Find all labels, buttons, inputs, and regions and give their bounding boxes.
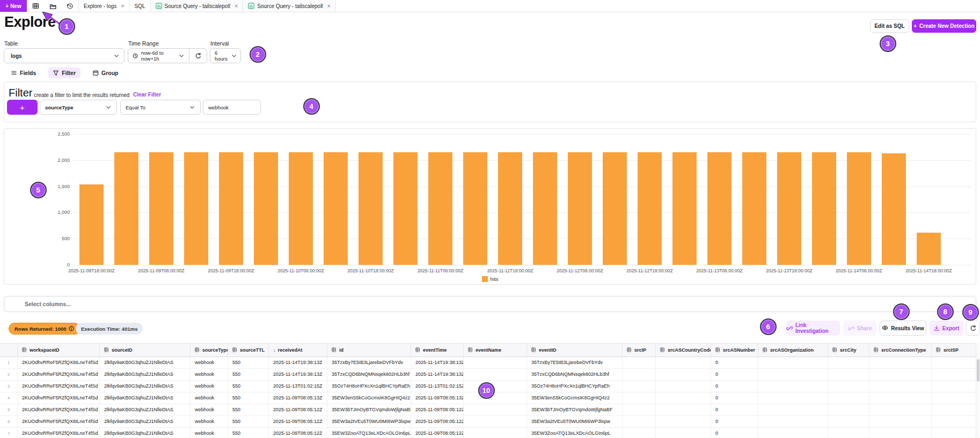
- table-grid-icon-button[interactable]: [27, 0, 44, 12]
- column-header-eventTime[interactable]: eventTime: [411, 344, 464, 357]
- chart-bar[interactable]: [917, 233, 941, 265]
- tab-sql[interactable]: SQL: [130, 0, 151, 12]
- chart-bar[interactable]: [324, 152, 348, 265]
- cell-srcASOrganization: [758, 392, 828, 404]
- table-row[interactable]: 22KUOdhvRReF5RZfQX8ILneT4fSd2lkfqv9aKB0G…: [0, 369, 980, 381]
- chart-bar[interactable]: [672, 152, 697, 265]
- table-row[interactable]: 72KUOdhvRReF5RZfQX8ILneT4fSd2lkfqv9aKB0G…: [0, 428, 980, 438]
- create-new-detection-button[interactable]: + Create New Detection: [912, 19, 976, 33]
- interval-label: Interval: [210, 40, 229, 47]
- tab-source-query-tailscalepoll[interactable]: Source Query - tailscalepoll×: [243, 0, 336, 12]
- select-columns-input[interactable]: Select columns...: [4, 296, 976, 312]
- column-header-sourceID[interactable]: sourceID: [100, 344, 191, 357]
- chart-bar[interactable]: [79, 184, 104, 265]
- chart-bar[interactable]: [254, 152, 278, 265]
- sheet-icon: [874, 347, 879, 353]
- interval-select[interactable]: 6 hours: [210, 48, 241, 63]
- results-view-button[interactable]: Results View: [880, 321, 926, 336]
- tab-source-query-tailscalepoll[interactable]: Source Query - tailscalepoll×: [151, 0, 244, 12]
- column-header-receivedAt[interactable]: ↓receivedAt: [269, 344, 327, 357]
- folder-icon: [49, 3, 56, 10]
- chart-bar[interactable]: [742, 152, 766, 265]
- table-scrollbar-thumb[interactable]: [977, 359, 979, 382]
- folder-icon-button[interactable]: [44, 0, 61, 12]
- column-header-workspaceID[interactable]: workspaceID: [18, 344, 100, 357]
- column-header-srcASCountryCode[interactable]: srcASCountryCode: [656, 344, 711, 357]
- cell-srcISP: [932, 357, 980, 368]
- view-tab-group[interactable]: Group: [88, 68, 123, 78]
- chart-bar[interactable]: [568, 152, 592, 265]
- table-select[interactable]: logs: [4, 48, 125, 63]
- chart-bar[interactable]: [847, 152, 871, 265]
- filter-value-input[interactable]: webhook: [203, 100, 261, 115]
- column-header-srcIP[interactable]: srcIP: [623, 344, 656, 357]
- chart-bar[interactable]: [289, 152, 313, 265]
- share-button[interactable]: Share: [843, 321, 876, 336]
- chart-bar[interactable]: [603, 152, 627, 265]
- chart-bar[interactable]: [812, 152, 836, 265]
- column-header-eventID[interactable]: eventID: [527, 344, 623, 357]
- link-investigation-button[interactable]: Link Investigation: [786, 321, 840, 336]
- cell-eventName: [464, 392, 527, 404]
- close-icon[interactable]: ×: [121, 3, 124, 9]
- column-header-sourceTTL[interactable]: sourceTTL: [228, 344, 269, 357]
- chart-gridline: [73, 265, 971, 265]
- x-axis-tick-label: 2025-11-11T18:00:00Z: [480, 268, 540, 273]
- cell-srcASNumber: 0: [711, 416, 758, 427]
- chart-bar[interactable]: [498, 152, 522, 265]
- close-icon[interactable]: ×: [235, 3, 238, 9]
- new-button[interactable]: + New: [0, 0, 27, 12]
- chart-bar[interactable]: [638, 152, 662, 265]
- chart-bar[interactable]: [882, 153, 906, 265]
- chart-bar[interactable]: [463, 152, 487, 265]
- time-range-select[interactable]: now-6d to now+1h: [128, 49, 189, 63]
- add-filter-button[interactable]: +: [7, 100, 38, 115]
- chart-bar[interactable]: [777, 152, 801, 265]
- column-header-srcASNumber[interactable]: srcASNumber: [711, 344, 758, 357]
- table-row[interactable]: 62KUOdhvRReF5RZfQX8ILneT4fSd2lkfqv9aKB0G…: [0, 416, 980, 428]
- time-range-refresh-button[interactable]: [189, 49, 207, 63]
- edit-as-sql-button[interactable]: Edit as SQL: [870, 19, 909, 33]
- column-header-eventName[interactable]: eventName: [464, 344, 527, 357]
- x-axis-tick-label: 2025-11-13T06:00:00Z: [690, 268, 750, 273]
- column-header-id[interactable]: id: [327, 344, 411, 357]
- cell-receivedAt: 2025-11-14T19:38:13Z: [269, 357, 327, 368]
- chart-bar[interactable]: [114, 152, 138, 265]
- x-axis-tick-label: 2025-11-10T06:00:00Z: [271, 268, 331, 273]
- chart-bar[interactable]: [428, 152, 452, 265]
- filter-field-select[interactable]: sourceType: [40, 100, 117, 115]
- filter-operator-select[interactable]: Equal To: [120, 100, 201, 115]
- table-row[interactable]: 12KUOdhvRReF5RZfQX8ILneT4fSd2lkfqv9aKB0G…: [0, 357, 980, 369]
- chevron-down-icon: [189, 105, 195, 110]
- export-button[interactable]: Export: [930, 321, 963, 336]
- tab-explore-logs[interactable]: Explore - logs×: [78, 0, 130, 12]
- chart-bar[interactable]: [393, 152, 418, 265]
- chart-bar[interactable]: [219, 152, 243, 265]
- info-icon[interactable]: [69, 326, 75, 332]
- history-icon-button[interactable]: [61, 0, 78, 12]
- annotation-badge-4: 4: [303, 98, 320, 115]
- chart-bar[interactable]: [533, 152, 557, 265]
- chart-bar[interactable]: [359, 152, 383, 265]
- cell-id: 35EW3enS5kCoGcmsIK8GgHIQ4z2: [327, 392, 411, 404]
- view-tab-fields[interactable]: Fields: [6, 68, 41, 78]
- chart-bar[interactable]: [184, 152, 208, 265]
- link-icon: [786, 325, 793, 331]
- refresh-results-button[interactable]: [966, 321, 980, 336]
- column-header-srcASOrganization[interactable]: srcASOrganization: [758, 344, 828, 357]
- column-header-srcISP[interactable]: srcISP: [932, 344, 980, 357]
- column-header-srcConnectionType[interactable]: srcConnectionType: [869, 344, 932, 357]
- column-header-srcCity[interactable]: srcCity: [828, 344, 869, 357]
- view-tab-filter[interactable]: Filter: [48, 68, 81, 78]
- refresh-icon: [195, 53, 201, 59]
- table-label: Table: [4, 40, 18, 47]
- column-header-sourceType[interactable]: sourceType: [191, 344, 228, 357]
- clear-filter-link[interactable]: Clear Filter: [133, 92, 161, 98]
- cell-sourceTTL: 550: [228, 428, 269, 438]
- close-icon[interactable]: ×: [327, 3, 331, 9]
- cell-eventName: [464, 357, 527, 368]
- table-row[interactable]: 52KUOdhvRReF5RZfQX8ILneT4fSd2lkfqv9aKB0G…: [0, 404, 980, 416]
- chart-bar[interactable]: [707, 152, 732, 265]
- chart-bar[interactable]: [149, 152, 173, 265]
- cell-srcCity: [828, 416, 869, 427]
